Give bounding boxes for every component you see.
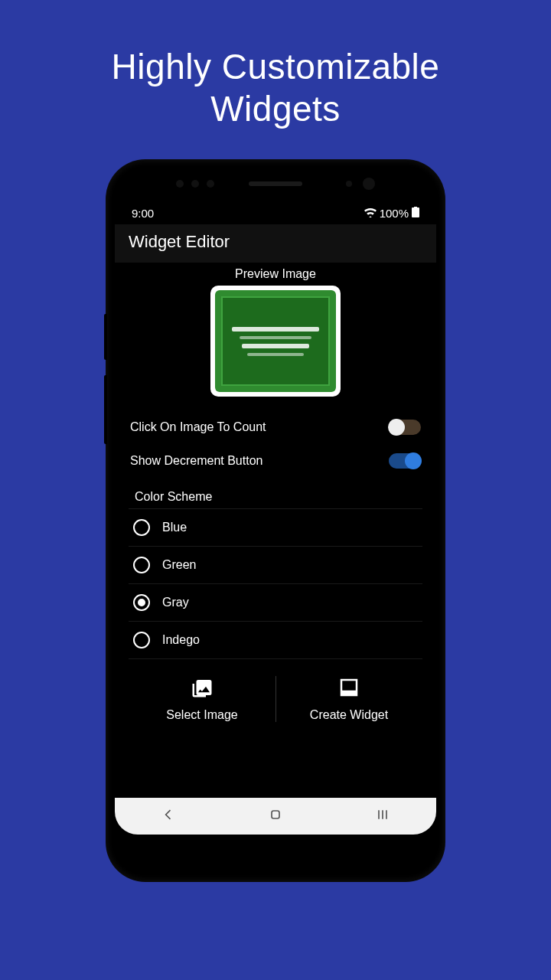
radio-icon	[133, 519, 150, 536]
svg-rect-0	[272, 811, 279, 818]
nav-recents-icon[interactable]	[375, 807, 390, 825]
setting-label: Click On Image To Count	[130, 420, 266, 434]
preview-image-content	[217, 292, 334, 390]
preview-image-label: Preview Image	[129, 267, 422, 281]
toggle-click-to-count[interactable]	[389, 420, 421, 435]
widget-icon	[337, 676, 360, 702]
select-image-button[interactable]: Select Image	[129, 670, 276, 737]
create-widget-button[interactable]: Create Widget	[276, 670, 422, 737]
radio-icon	[133, 557, 150, 573]
color-option-blue[interactable]: Blue	[129, 508, 422, 547]
battery-icon	[412, 207, 419, 220]
phone-top-bezel	[115, 168, 436, 199]
toggle-show-decrement[interactable]	[389, 453, 421, 469]
color-option-green[interactable]: Green	[129, 547, 422, 584]
action-label: Create Widget	[310, 708, 388, 722]
phone-screen: 9:00 100% Widget Editor Preview Image	[115, 199, 436, 835]
radio-icon	[133, 632, 150, 648]
promo-line-2: Widgets	[0, 88, 551, 130]
preview-image[interactable]	[210, 286, 341, 397]
nav-home-icon[interactable]	[268, 807, 283, 825]
promo-headline: Highly Customizable Widgets	[0, 0, 551, 130]
wifi-icon	[364, 207, 377, 220]
page-title: Widget Editor	[129, 232, 230, 251]
setting-click-to-count: Click On Image To Count	[129, 410, 422, 444]
color-scheme-label: Color Scheme	[129, 478, 422, 508]
setting-label: Show Decrement Button	[130, 454, 262, 468]
nav-back-icon[interactable]	[161, 807, 176, 825]
color-option-gray[interactable]: Gray	[129, 584, 422, 622]
color-option-indego[interactable]: Indego	[129, 622, 422, 659]
setting-show-decrement: Show Decrement Button	[129, 444, 422, 478]
color-option-label: Blue	[162, 521, 187, 534]
android-nav-bar	[115, 798, 436, 835]
color-option-label: Gray	[162, 596, 189, 609]
color-scheme-options: BlueGreenGrayIndego	[129, 508, 422, 659]
content-area: Preview Image Click On Image To Count Sh…	[115, 263, 436, 798]
phone-frame: 9:00 100% Widget Editor Preview Image	[107, 161, 444, 880]
status-battery-text: 100%	[380, 207, 409, 220]
action-label: Select Image	[166, 708, 237, 722]
action-divider	[276, 676, 276, 722]
promo-line-1: Highly Customizable	[0, 46, 551, 88]
color-option-label: Green	[162, 558, 196, 572]
status-time: 9:00	[132, 207, 154, 220]
color-option-label: Indego	[162, 633, 200, 647]
image-icon	[191, 676, 214, 702]
bottom-actions: Select Image Create Widget	[129, 670, 422, 737]
status-bar: 9:00 100%	[115, 199, 436, 224]
radio-icon	[133, 594, 150, 611]
status-right: 100%	[364, 207, 419, 220]
phone-side-button	[104, 314, 107, 360]
phone-side-button	[104, 375, 107, 444]
app-bar: Widget Editor	[115, 224, 436, 263]
